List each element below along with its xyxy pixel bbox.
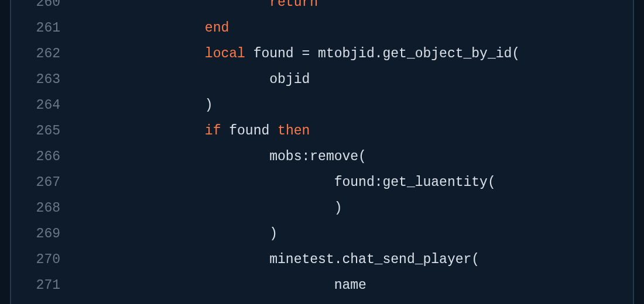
- frame-border-right: [633, 0, 634, 304]
- indent: [76, 98, 205, 113]
- token-default: ): [205, 98, 213, 113]
- indent: [76, 46, 205, 61]
- line-number: 271: [11, 272, 76, 298]
- code-lines: 260 return261 end262 local found = mtobj…: [11, 0, 633, 298]
- code-line[interactable]: 268 ): [11, 195, 633, 221]
- indent: [76, 278, 334, 293]
- token-keyword: if: [205, 123, 221, 139]
- line-number: 267: [11, 170, 76, 195]
- line-content[interactable]: found:get_luaentity(: [76, 170, 633, 195]
- line-number: 265: [11, 118, 76, 144]
- code-line[interactable]: 265 if found then: [11, 118, 633, 144]
- token-default: found: [221, 123, 278, 139]
- token-keyword: return: [269, 0, 318, 10]
- indent: [76, 123, 205, 139]
- code-line[interactable]: 262 local found = mtobjid.get_object_by_…: [11, 41, 633, 67]
- line-content[interactable]: if found then: [76, 118, 633, 144]
- line-content[interactable]: end: [76, 15, 633, 41]
- indent: [76, 226, 269, 241]
- line-content[interactable]: minetest.chat_send_player(: [76, 247, 633, 272]
- token-default: found = mtobjid.get_object_by_id(: [245, 46, 520, 61]
- line-content[interactable]: mobs:remove(: [76, 144, 633, 170]
- token-default: ): [334, 201, 342, 216]
- indent: [76, 252, 269, 267]
- token-default: name: [334, 278, 366, 293]
- line-content[interactable]: return: [76, 0, 633, 15]
- indent: [76, 20, 205, 36]
- line-number: 260: [11, 0, 76, 15]
- indent: [76, 149, 269, 164]
- code-line[interactable]: 269 ): [11, 221, 633, 247]
- token-keyword: local: [205, 46, 245, 61]
- code-area[interactable]: 260 return261 end262 local found = mtobj…: [11, 0, 633, 304]
- token-keyword: then: [278, 123, 310, 139]
- line-number: 266: [11, 144, 76, 170]
- token-default: objid: [269, 72, 310, 87]
- indent: [76, 201, 334, 216]
- code-line[interactable]: 263 objid: [11, 67, 633, 92]
- code-editor-viewport: 260 return261 end262 local found = mtobj…: [0, 0, 644, 304]
- line-number: 261: [11, 15, 76, 41]
- code-line[interactable]: 264 ): [11, 92, 633, 118]
- indent: [76, 0, 269, 10]
- line-number: 264: [11, 92, 76, 118]
- line-content[interactable]: ): [76, 195, 633, 221]
- line-content[interactable]: name: [76, 272, 633, 298]
- code-line[interactable]: 266 mobs:remove(: [11, 144, 633, 170]
- line-number: 270: [11, 247, 76, 272]
- line-content[interactable]: objid: [76, 67, 633, 92]
- code-line[interactable]: 261 end: [11, 15, 633, 41]
- line-content[interactable]: ): [76, 92, 633, 118]
- line-number: 262: [11, 41, 76, 67]
- token-default: minetest.chat_send_player(: [269, 252, 479, 267]
- code-line[interactable]: 260 return: [11, 0, 633, 15]
- line-number: 268: [11, 195, 76, 221]
- line-number: 269: [11, 221, 76, 247]
- indent: [76, 72, 269, 87]
- token-keyword: end: [205, 20, 229, 36]
- token-default: ): [269, 226, 278, 241]
- code-line[interactable]: 270 minetest.chat_send_player(: [11, 247, 633, 272]
- line-number: 263: [11, 67, 76, 92]
- code-line[interactable]: 271 name: [11, 272, 633, 298]
- indent: [76, 175, 334, 190]
- token-default: mobs:remove(: [269, 149, 366, 164]
- line-content[interactable]: local found = mtobjid.get_object_by_id(: [76, 41, 633, 67]
- code-line[interactable]: 267 found:get_luaentity(: [11, 170, 633, 195]
- line-content[interactable]: ): [76, 221, 633, 247]
- token-default: found:get_luaentity(: [334, 175, 496, 190]
